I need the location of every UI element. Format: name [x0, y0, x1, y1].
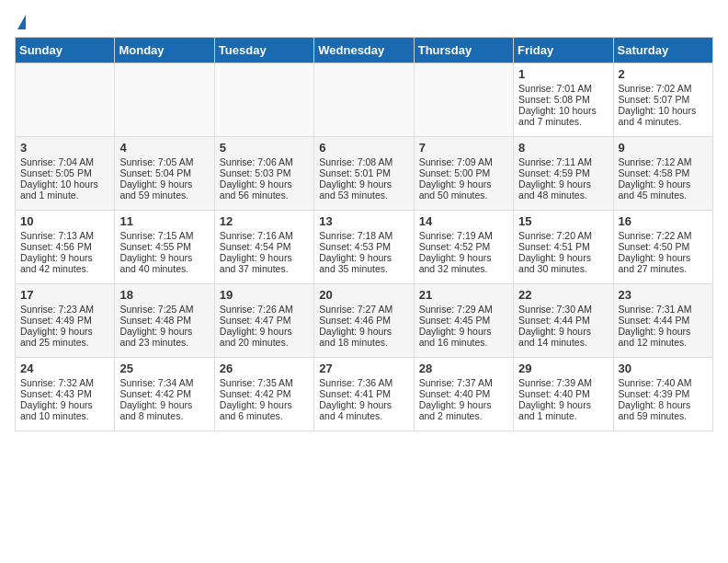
day-info: Daylight: 9 hours: [518, 399, 608, 410]
day-number: 21: [419, 288, 508, 302]
day-info: Sunset: 4:54 PM: [220, 241, 309, 252]
day-info: and 53 minutes.: [319, 190, 408, 201]
day-number: 23: [619, 288, 708, 302]
day-info: Daylight: 9 hours: [319, 252, 408, 263]
calendar-cell: 16Sunrise: 7:22 AMSunset: 4:50 PMDayligh…: [613, 211, 712, 284]
day-number: 15: [518, 214, 608, 228]
page-header: [15, 15, 713, 29]
day-info: Sunrise: 7:16 AM: [220, 230, 309, 241]
day-number: 20: [319, 288, 408, 302]
day-info: Daylight: 10 hours: [619, 105, 708, 116]
weekday-header-friday: Friday: [514, 38, 613, 63]
day-info: and 45 minutes.: [619, 190, 708, 201]
day-info: and 32 minutes.: [419, 263, 508, 274]
day-info: Daylight: 9 hours: [220, 252, 309, 263]
calendar-cell: 29Sunrise: 7:39 AMSunset: 4:40 PMDayligh…: [514, 358, 613, 431]
day-info: and 20 minutes.: [220, 337, 309, 348]
day-number: 24: [20, 362, 109, 375]
weekday-header-thursday: Thursday: [414, 38, 513, 63]
day-info: Sunset: 4:39 PM: [619, 388, 708, 399]
calendar-cell: 10Sunrise: 7:13 AMSunset: 4:56 PMDayligh…: [16, 211, 115, 284]
day-info: Sunset: 4:46 PM: [319, 315, 408, 326]
day-info: and 1 minute.: [518, 410, 608, 421]
day-number: 7: [419, 141, 508, 155]
calendar-cell: 19Sunrise: 7:26 AMSunset: 4:47 PMDayligh…: [214, 284, 313, 358]
day-info: Daylight: 9 hours: [619, 326, 708, 337]
day-info: Sunrise: 7:19 AM: [419, 230, 508, 241]
day-info: Sunset: 5:05 PM: [20, 167, 109, 178]
day-info: Daylight: 9 hours: [220, 178, 309, 190]
day-info: Daylight: 9 hours: [619, 178, 708, 190]
weekday-header-tuesday: Tuesday: [214, 38, 313, 63]
day-number: 3: [20, 141, 109, 155]
week-row-1: 1Sunrise: 7:01 AMSunset: 5:08 PMDaylight…: [16, 63, 713, 137]
day-info: and 14 minutes.: [518, 337, 608, 348]
day-info: Sunrise: 7:06 AM: [220, 156, 309, 167]
calendar-cell: 2Sunrise: 7:02 AMSunset: 5:07 PMDaylight…: [613, 63, 712, 137]
day-info: Sunset: 4:43 PM: [20, 388, 109, 399]
day-number: 5: [220, 141, 309, 155]
day-info: and 10 minutes.: [20, 410, 109, 421]
day-info: Sunset: 4:44 PM: [518, 315, 608, 326]
day-info: Sunrise: 7:32 AM: [20, 377, 109, 388]
day-info: Sunset: 4:44 PM: [619, 315, 708, 326]
calendar-cell: 15Sunrise: 7:20 AMSunset: 4:51 PMDayligh…: [514, 211, 613, 284]
week-row-2: 3Sunrise: 7:04 AMSunset: 5:05 PMDaylight…: [16, 137, 713, 211]
day-info: Sunrise: 7:22 AM: [619, 230, 708, 241]
day-number: 17: [20, 288, 109, 302]
calendar-cell: [414, 63, 513, 137]
day-number: 4: [119, 141, 209, 155]
day-info: and 4 minutes.: [319, 410, 408, 421]
day-info: Sunrise: 7:02 AM: [619, 83, 708, 94]
day-info: Sunset: 4:56 PM: [20, 241, 109, 252]
calendar-cell: 7Sunrise: 7:09 AMSunset: 5:00 PMDaylight…: [414, 137, 513, 211]
day-number: 25: [119, 362, 209, 375]
day-info: Sunrise: 7:35 AM: [220, 377, 309, 388]
day-info: Daylight: 9 hours: [20, 399, 109, 410]
day-info: Sunset: 4:42 PM: [220, 388, 309, 399]
day-info: Sunset: 5:08 PM: [518, 94, 608, 105]
day-info: and 35 minutes.: [319, 263, 408, 274]
weekday-header-monday: Monday: [115, 38, 214, 63]
calendar-cell: 4Sunrise: 7:05 AMSunset: 5:04 PMDaylight…: [115, 137, 214, 211]
day-number: 18: [119, 288, 209, 302]
calendar-cell: 17Sunrise: 7:23 AMSunset: 4:49 PMDayligh…: [16, 284, 115, 358]
day-info: Sunrise: 7:13 AM: [20, 230, 109, 241]
day-number: 1: [518, 67, 608, 81]
day-number: 9: [619, 141, 708, 155]
day-info: Daylight: 10 hours: [20, 178, 109, 190]
day-number: 10: [20, 214, 109, 228]
calendar-cell: 1Sunrise: 7:01 AMSunset: 5:08 PMDaylight…: [514, 63, 613, 137]
day-info: Sunset: 4:40 PM: [419, 388, 508, 399]
day-info: Sunset: 4:42 PM: [119, 388, 209, 399]
day-info: and 23 minutes.: [119, 337, 209, 348]
day-info: Sunrise: 7:08 AM: [319, 156, 408, 167]
day-info: Daylight: 9 hours: [20, 252, 109, 263]
calendar-cell: 21Sunrise: 7:29 AMSunset: 4:45 PMDayligh…: [414, 284, 513, 358]
day-info: Sunset: 4:51 PM: [518, 241, 608, 252]
day-info: and 30 minutes.: [518, 263, 608, 274]
week-row-4: 17Sunrise: 7:23 AMSunset: 4:49 PMDayligh…: [16, 284, 713, 358]
day-info: Daylight: 8 hours: [619, 399, 708, 410]
week-row-3: 10Sunrise: 7:13 AMSunset: 4:56 PMDayligh…: [16, 211, 713, 284]
day-info: and 40 minutes.: [119, 263, 209, 274]
day-info: Sunrise: 7:31 AM: [619, 304, 708, 315]
calendar-cell: [115, 63, 214, 137]
day-info: Sunset: 4:47 PM: [220, 315, 309, 326]
day-info: Daylight: 9 hours: [518, 178, 608, 190]
day-number: 26: [220, 362, 309, 375]
day-info: Sunrise: 7:05 AM: [119, 156, 209, 167]
day-number: 30: [619, 362, 708, 375]
calendar-cell: [214, 63, 313, 137]
day-info: and 7 minutes.: [518, 116, 608, 127]
calendar-cell: 26Sunrise: 7:35 AMSunset: 4:42 PMDayligh…: [214, 358, 313, 431]
day-info: and 1 minute.: [20, 190, 109, 201]
day-info: Daylight: 9 hours: [220, 399, 309, 410]
day-info: Sunrise: 7:26 AM: [220, 304, 309, 315]
weekday-header-sunday: Sunday: [16, 38, 115, 63]
calendar-cell: 27Sunrise: 7:36 AMSunset: 4:41 PMDayligh…: [314, 358, 414, 431]
day-info: and 50 minutes.: [419, 190, 508, 201]
day-number: 2: [619, 67, 708, 81]
calendar-table: SundayMondayTuesdayWednesdayThursdayFrid…: [15, 37, 713, 431]
weekday-header-wednesday: Wednesday: [314, 38, 414, 63]
